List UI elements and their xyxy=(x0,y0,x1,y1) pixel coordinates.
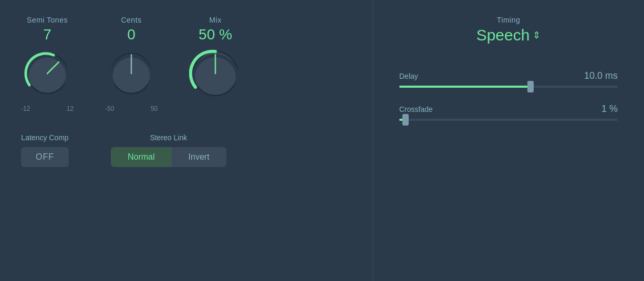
crossfade-track[interactable] xyxy=(399,119,618,121)
stereo-link-group: Stereo Link Normal Invert xyxy=(111,133,226,167)
crossfade-value: 1 % xyxy=(601,103,618,115)
main-container: Semi Tones 7 -12 12 xyxy=(0,0,644,281)
knobs-row: Semi Tones 7 -12 12 xyxy=(21,16,351,112)
stereo-invert-button[interactable]: Invert xyxy=(172,147,226,167)
stereo-link-buttons: Normal Invert xyxy=(111,147,226,167)
cents-value: 0 xyxy=(127,27,136,42)
delay-header: Delay 10.0 ms xyxy=(399,70,618,81)
delay-track[interactable] xyxy=(399,86,618,88)
timing-selector[interactable]: Speech ⇕ xyxy=(476,26,541,44)
latency-comp-label: Latency Comp xyxy=(21,133,68,142)
mix-knob-svg xyxy=(189,47,242,100)
semitones-knob[interactable] xyxy=(21,47,74,100)
semitones-label: Semi Tones xyxy=(27,16,68,24)
cents-max: 50 xyxy=(151,105,158,112)
semitones-knob-group: Semi Tones 7 -12 12 xyxy=(21,16,74,112)
cents-min: -50 xyxy=(105,105,114,112)
semitones-max: 12 xyxy=(67,105,74,112)
timing-chevron-icon: ⇕ xyxy=(533,29,541,41)
cents-range: -50 50 xyxy=(105,105,158,112)
semitones-range: -12 12 xyxy=(21,105,74,112)
cents-knob[interactable] xyxy=(105,47,158,100)
stereo-normal-button[interactable]: Normal xyxy=(111,147,172,167)
left-panel: Semi Tones 7 -12 12 xyxy=(0,0,373,281)
timing-label: Timing xyxy=(497,16,521,24)
delay-label: Delay xyxy=(399,72,418,80)
delay-slider-group: Delay 10.0 ms xyxy=(399,70,618,88)
mix-knob[interactable] xyxy=(189,47,242,100)
latency-comp-group: Latency Comp OFF xyxy=(21,133,69,167)
crossfade-header: Crossfade 1 % xyxy=(399,103,618,115)
cents-knob-group: Cents 0 -50 50 xyxy=(105,16,158,112)
semitones-value: 7 xyxy=(43,27,51,42)
mix-knob-group: Mix 50 % xyxy=(189,16,242,102)
semitones-knob-svg xyxy=(21,47,74,100)
mix-label: Mix xyxy=(209,16,221,24)
delay-value: 10.0 ms xyxy=(584,70,618,81)
cents-label: Cents xyxy=(121,16,141,24)
bottom-row: Latency Comp OFF Stereo Link Normal Inve… xyxy=(21,133,351,167)
crossfade-label: Crossfade xyxy=(399,105,433,113)
sliders-section: Delay 10.0 ms Crossfade 1 % xyxy=(399,70,618,121)
crossfade-thumb[interactable] xyxy=(402,114,409,126)
cents-knob-svg xyxy=(105,47,158,100)
delay-fill xyxy=(399,86,531,88)
crossfade-slider-group: Crossfade 1 % xyxy=(399,103,618,121)
latency-comp-button[interactable]: OFF xyxy=(21,147,69,167)
delay-thumb[interactable] xyxy=(527,81,534,92)
mix-value: 50 % xyxy=(199,27,232,42)
timing-value-text: Speech xyxy=(476,26,530,44)
timing-section: Timing Speech ⇕ xyxy=(399,16,618,44)
right-panel: Timing Speech ⇕ Delay 10.0 ms xyxy=(373,0,644,281)
semitones-min: -12 xyxy=(21,105,30,112)
stereo-link-label: Stereo Link xyxy=(150,133,187,142)
